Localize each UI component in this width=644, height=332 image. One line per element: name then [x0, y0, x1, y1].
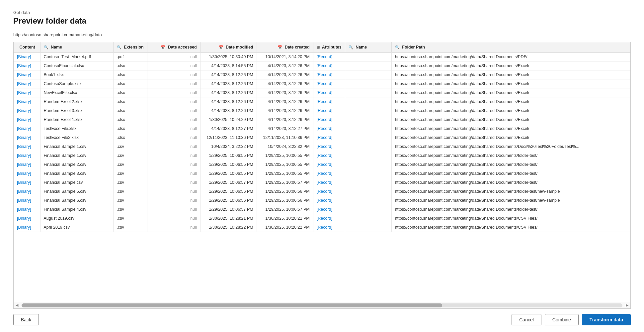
cell-name: Financial Sample 1.csv — [40, 142, 113, 151]
binary-link[interactable]: [Binary] — [17, 162, 31, 167]
cell-folder-path: https://contoso.sharepoint.com/marketing… — [391, 169, 630, 178]
cell-date-accessed: null — [147, 61, 200, 70]
cell-content: [Binary] — [14, 106, 40, 115]
binary-link[interactable]: [Binary] — [17, 108, 31, 113]
preview-table: 𝅙 Content 🔍 Name 🔍 Extension 📅 Date acce… — [14, 42, 630, 232]
binary-link[interactable]: [Binary] — [17, 153, 31, 158]
cell-folder-path: https://contoso.sharepoint.com/marketing… — [391, 160, 630, 169]
back-button[interactable]: Back — [13, 314, 39, 325]
binary-link[interactable]: [Binary] — [17, 99, 31, 104]
cell-date-accessed: null — [147, 160, 200, 169]
data-table-container: 𝅙 Content 🔍 Name 🔍 Extension 📅 Date acce… — [13, 42, 631, 309]
cell-name2 — [345, 214, 391, 223]
binary-link[interactable]: [Binary] — [17, 207, 31, 212]
record-link[interactable]: [Record] — [317, 144, 332, 149]
cell-folder-path: https://contoso.sharepoint.com/marketing… — [391, 187, 630, 196]
binary-link[interactable]: [Binary] — [17, 90, 31, 95]
record-link[interactable]: [Record] — [317, 216, 332, 221]
record-link[interactable]: [Record] — [317, 198, 332, 203]
scroll-right-arrow[interactable]: ▶ — [624, 303, 630, 307]
cell-name2 — [345, 115, 391, 124]
binary-link[interactable]: [Binary] — [17, 198, 31, 203]
record-link[interactable]: [Record] — [317, 72, 332, 77]
cell-folder-path: https://contoso.sharepoint.com/marketing… — [391, 178, 630, 187]
table-row: [Binary] Financial Sample 1.csv .csv nul… — [14, 142, 630, 151]
table-row: [Binary] Financial Sample 4.csv .csv nul… — [14, 205, 630, 214]
table-body: [Binary] Contoso_Test_Market.pdf .pdf nu… — [14, 53, 630, 232]
horizontal-scrollbar[interactable]: ◀ ▶ — [14, 302, 630, 308]
col-header-attributes[interactable]: ⊞ Attributes — [313, 42, 345, 53]
scroll-left-arrow[interactable]: ◀ — [14, 303, 20, 307]
record-link[interactable]: [Record] — [317, 90, 332, 95]
cell-extension: .csv — [113, 169, 147, 178]
record-link[interactable]: [Record] — [317, 63, 332, 68]
record-link[interactable]: [Record] — [317, 153, 332, 158]
record-link[interactable]: [Record] — [317, 171, 332, 176]
cell-date-accessed: null — [147, 106, 200, 115]
cell-name2 — [345, 151, 391, 160]
record-link[interactable]: [Record] — [317, 135, 332, 140]
col-header-content[interactable]: 𝅙 Content — [14, 42, 40, 53]
cell-extension: .xlsx — [113, 79, 147, 88]
record-link[interactable]: [Record] — [317, 189, 332, 194]
binary-link[interactable]: [Binary] — [17, 117, 31, 122]
get-data-label: Get data — [13, 10, 631, 15]
record-link[interactable]: [Record] — [317, 207, 332, 212]
record-link[interactable]: [Record] — [317, 162, 332, 167]
record-link[interactable]: [Record] — [317, 180, 332, 185]
cell-folder-path: https://contoso.sharepoint.com/marketing… — [391, 205, 630, 214]
cell-name: Financial Sample 6.csv — [40, 196, 113, 205]
record-link[interactable]: [Record] — [317, 225, 332, 230]
binary-link[interactable]: [Binary] — [17, 144, 31, 149]
transform-data-button[interactable]: Transform data — [582, 314, 631, 325]
cell-content: [Binary] — [14, 160, 40, 169]
col-header-folder-path[interactable]: 🔍 Folder Path — [391, 42, 630, 53]
scroll-thumb[interactable] — [22, 303, 442, 307]
table-row: [Binary] TestExcelFile.xlsx .xlsx null 4… — [14, 124, 630, 133]
table-row: [Binary] Random Excel 3.xlsx .xlsx null … — [14, 106, 630, 115]
scroll-track[interactable] — [22, 303, 622, 307]
record-link[interactable]: [Record] — [317, 126, 332, 131]
abc-icon: 🔍 — [117, 45, 121, 50]
combine-button[interactable]: Combine — [545, 314, 579, 325]
col-header-date-accessed[interactable]: 📅 Date accessed — [147, 42, 200, 53]
binary-link[interactable]: [Binary] — [17, 225, 31, 230]
cell-name: Book1.xlsx — [40, 70, 113, 79]
cell-date-accessed: null — [147, 97, 200, 106]
record-link[interactable]: [Record] — [317, 99, 332, 104]
table-scroll[interactable]: 𝅙 Content 🔍 Name 🔍 Extension 📅 Date acce… — [14, 42, 630, 302]
col-header-extension[interactable]: 🔍 Extension — [113, 42, 147, 53]
binary-link[interactable]: [Binary] — [17, 63, 31, 68]
col-header-name2[interactable]: 🔍 Name — [345, 42, 391, 53]
cell-date-accessed: null — [147, 214, 200, 223]
cell-name2 — [345, 53, 391, 61]
cell-name: Random Excel 2.xlsx — [40, 97, 113, 106]
binary-link[interactable]: [Binary] — [17, 189, 31, 194]
binary-link[interactable]: [Binary] — [17, 135, 31, 140]
col-header-date-created[interactable]: 📅 Date created — [257, 42, 313, 53]
binary-link[interactable]: [Binary] — [17, 81, 31, 86]
col-header-date-modified[interactable]: 📅 Date modified — [200, 42, 257, 53]
binary-link[interactable]: [Binary] — [17, 55, 31, 59]
record-link[interactable]: [Record] — [317, 81, 332, 86]
table-header-row: 𝅙 Content 🔍 Name 🔍 Extension 📅 Date acce… — [14, 42, 630, 53]
cell-content: [Binary] — [14, 115, 40, 124]
cell-date-modified: 1/30/2025, 10:28:22 PM — [200, 223, 257, 232]
record-link[interactable]: [Record] — [317, 55, 332, 59]
binary-link[interactable]: [Binary] — [17, 72, 31, 77]
binary-link[interactable]: [Binary] — [17, 126, 31, 131]
cell-name2 — [345, 178, 391, 187]
binary-link[interactable]: [Binary] — [17, 216, 31, 221]
record-link[interactable]: [Record] — [317, 117, 332, 122]
cell-attributes: [Record] — [313, 205, 345, 214]
record-link[interactable]: [Record] — [317, 108, 332, 113]
cancel-button[interactable]: Cancel — [512, 314, 541, 325]
table-row: [Binary] Contoso_Test_Market.pdf .pdf nu… — [14, 53, 630, 61]
binary-link[interactable]: [Binary] — [17, 171, 31, 176]
col-header-name[interactable]: 🔍 Name — [40, 42, 113, 53]
cell-extension: .csv — [113, 160, 147, 169]
binary-link[interactable]: [Binary] — [17, 180, 31, 185]
cell-folder-path: https://contoso.sharepoint.com/marketing… — [391, 97, 630, 106]
cell-extension: .csv — [113, 223, 147, 232]
cell-name2 — [345, 106, 391, 115]
